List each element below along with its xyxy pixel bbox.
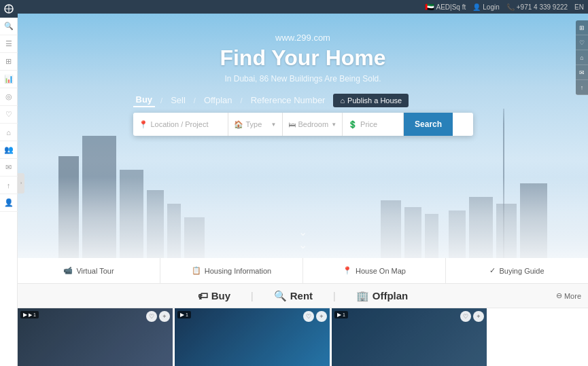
sidebar-grid-icon[interactable]: ⊞ — [0, 53, 18, 71]
virtual-tour-item[interactable]: 📹 Virtual Tour — [18, 258, 160, 283]
right-sidebar-message-icon[interactable]: ✉ — [576, 65, 588, 80]
hero-title: Find Your Home — [133, 45, 473, 71]
currency-label: AED|Sq ft — [436, 3, 466, 11]
tag-icon: 🏷 — [198, 290, 208, 301]
check-icon: ✓ — [489, 266, 496, 275]
right-sidebar-heart-icon[interactable]: ♡ — [576, 35, 588, 50]
search-button[interactable]: Search — [404, 113, 453, 136]
right-sidebar-home-icon[interactable]: ⌂ — [576, 50, 588, 65]
nav-tab-buy[interactable]: Buy — [133, 93, 156, 107]
type-field[interactable]: 🏠 Type ▼ — [228, 113, 283, 136]
sidebar-chart-icon[interactable]: 📊 — [0, 71, 18, 88]
card-badges-1: ▶▶ 1 — [20, 311, 39, 318]
right-sidebar-grid-icon[interactable]: ⊞ — [576, 20, 588, 35]
card-actions-3: ♡ + — [460, 311, 484, 322]
card-add-btn-1[interactable]: + — [159, 311, 170, 322]
card-badges-2: ▶1 — [177, 311, 191, 318]
user-icon: 👤 — [472, 3, 481, 11]
right-sidebar-up-icon[interactable]: ↑ — [576, 80, 588, 95]
card-favorite-btn-1[interactable]: ♡ — [146, 311, 157, 322]
sidebar-person-icon[interactable]: 👤 — [0, 194, 18, 212]
document-icon: 📋 — [192, 266, 201, 275]
house-on-map-item[interactable]: 📍 House On Map — [303, 258, 446, 283]
location-icon: 📍 — [139, 120, 148, 129]
video-icon: 📹 — [63, 266, 73, 275]
features-bar: 📹 Virtual Tour 📋 Housing Information 📍 H… — [18, 258, 588, 284]
sidebar-list-icon[interactable]: ☰ — [0, 35, 18, 53]
card-favorite-btn-2[interactable]: ♡ — [303, 311, 314, 322]
sidebar-users-icon[interactable]: 👥 — [0, 141, 18, 159]
sidebar-heart-icon[interactable]: ♡ — [0, 106, 18, 124]
property-card-1[interactable]: ▶▶ 1 ♡ + — [18, 308, 173, 366]
search-bar: 📍 Location / Project 🏠 Type ▼ 🛏 Bedroom … — [133, 113, 473, 136]
hero-content: www.299.com Find Your Home In Dubai, 86 … — [133, 14, 473, 136]
hero-url: www.299.com — [133, 33, 473, 43]
property-card-2[interactable]: ▶1 ♡ + — [175, 308, 330, 366]
bedroom-field[interactable]: 🛏 Bedroom ▼ — [283, 113, 343, 136]
location-field[interactable]: 📍 Location / Project — [133, 113, 228, 136]
topbar: 🇦🇪 AED|Sq ft 👤 Login 📞 +971 4 339 9222 E… — [18, 0, 588, 14]
property-cards-row: ▶▶ 1 ♡ + ▶1 ♡ + ▶1 ♡ — [18, 308, 588, 366]
building-icon: 🏢 — [356, 290, 369, 302]
phone-icon: 📞 — [506, 3, 515, 11]
card-add-btn-2[interactable]: + — [316, 311, 327, 322]
logo[interactable] — [0, 0, 18, 18]
currency-selector[interactable]: 🇦🇪 AED|Sq ft — [425, 3, 466, 12]
price-field[interactable]: 💲 Price — [343, 113, 404, 136]
sidebar-home-icon[interactable]: ⌂ — [0, 124, 18, 141]
card-add-btn-3[interactable]: + — [473, 311, 484, 322]
sidebar-message-icon[interactable]: ✉ — [0, 159, 18, 177]
hero-section: www.299.com Find Your Home In Dubai, 86 … — [18, 14, 588, 258]
card-badges-3: ▶1 — [334, 311, 348, 318]
type-icon: 🏠 — [234, 120, 243, 129]
card-actions-1: ♡ + — [146, 311, 170, 322]
property-card-3[interactable]: ▶1 ♡ + — [332, 308, 487, 366]
nav-tab-offplan[interactable]: Offplan — [201, 94, 235, 107]
buying-guide-item[interactable]: ✓ Buying Guide — [446, 258, 588, 283]
sidebar-expand-button[interactable]: › — [18, 173, 24, 194]
language-selector[interactable]: EN — [574, 3, 584, 11]
video-badge-3: ▶1 — [334, 311, 348, 318]
phone-number[interactable]: 📞 +971 4 339 9222 — [506, 3, 568, 11]
more-icon: ⊖ — [556, 291, 562, 300]
scroll-down-arrow[interactable]: ⌄⌄ — [298, 225, 307, 251]
card-favorite-btn-3[interactable]: ♡ — [460, 311, 471, 322]
property-type-tabs: 🏷 Buy | 🔍 Rent | 🏢 Offplan ⊖ More — [18, 284, 588, 308]
prop-tab-buy[interactable]: 🏷 Buy — [198, 287, 230, 304]
sidebar-location-icon[interactable]: ◎ — [0, 88, 18, 106]
map-icon: 📍 — [343, 266, 352, 275]
search-nav: Buy / Sell / Offplan / Reference Number … — [133, 93, 473, 107]
video-badge-2: ▶1 — [177, 311, 191, 318]
sidebar-search-icon[interactable]: 🔍 — [0, 18, 18, 35]
home-icon: ⌂ — [340, 96, 345, 105]
publish-house-button[interactable]: ⌂ Publish a House — [333, 94, 409, 107]
chevron-down-icon-2: ▼ — [331, 122, 336, 128]
card-actions-2: ♡ + — [303, 311, 327, 322]
nav-tab-sell[interactable]: Sell — [168, 94, 188, 107]
right-sidebar: ⊞ ♡ ⌂ ✉ ↑ — [576, 20, 588, 95]
flag-icon: 🇦🇪 — [425, 3, 434, 12]
bedroom-icon: 🛏 — [288, 120, 296, 128]
prop-tab-rent[interactable]: 🔍 Rent — [274, 287, 313, 305]
sidebar: 🔍 ☰ ⊞ 📊 ◎ ♡ ⌂ 👥 ✉ ↑ 👤 — [0, 0, 18, 366]
login-button[interactable]: 👤 Login — [472, 3, 499, 11]
video-badge-1: ▶▶ 1 — [20, 311, 39, 318]
housing-info-item[interactable]: 📋 Housing Information — [160, 258, 303, 283]
chevron-down-icon: ▼ — [271, 122, 277, 128]
nav-tab-reference[interactable]: Reference Number — [248, 94, 328, 107]
search-tag-icon: 🔍 — [274, 290, 287, 302]
hero-subtitle: In Dubai, 86 New Buildings Are Being Sol… — [133, 74, 473, 84]
prop-tab-offplan[interactable]: 🏢 Offplan — [356, 287, 409, 305]
price-icon: 💲 — [348, 120, 358, 129]
more-button[interactable]: ⊖ More — [556, 291, 581, 300]
sidebar-up-icon[interactable]: ↑ — [0, 177, 18, 194]
